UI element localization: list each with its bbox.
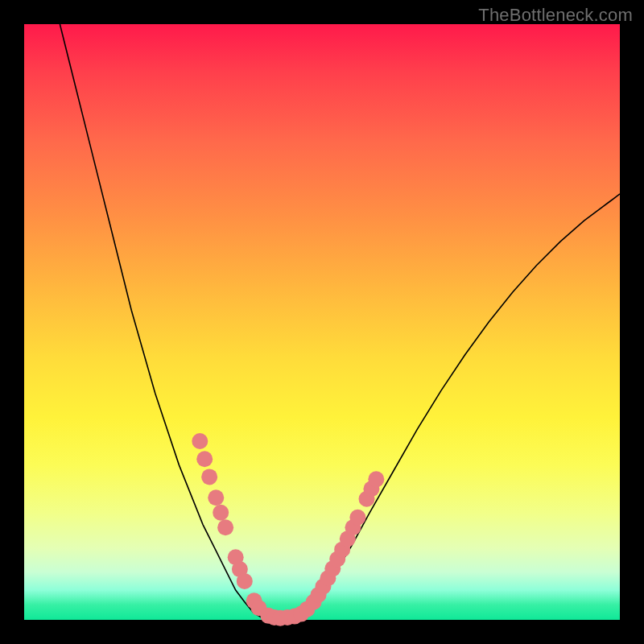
data-marker [349,510,365,526]
data-marker [213,505,229,521]
attribution-label: TheBottleneck.com [478,5,633,26]
chart-frame: TheBottleneck.com [0,0,644,644]
data-marker [201,469,217,485]
data-marker [196,451,213,467]
data-marker [368,471,384,487]
marker-group [192,433,384,626]
data-marker [192,433,208,449]
data-marker [208,489,224,506]
data-marker [237,573,253,589]
chart-overlay [24,24,620,620]
data-marker [217,519,233,535]
